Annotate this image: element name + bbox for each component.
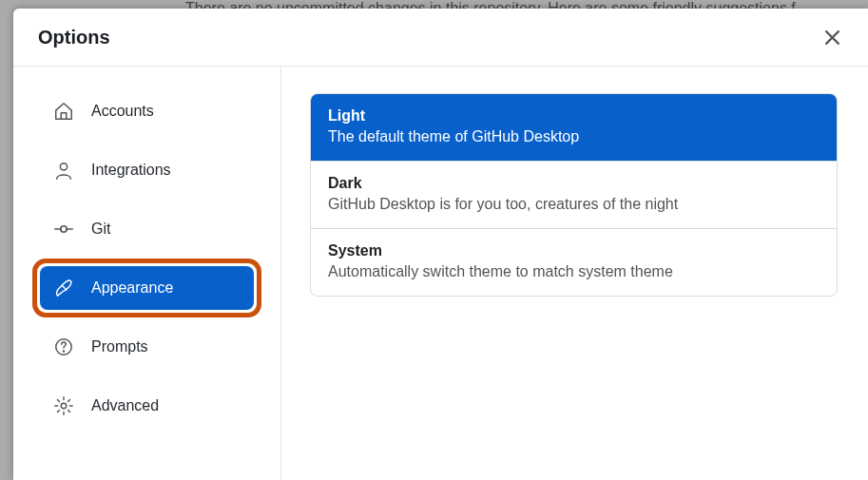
sidebar: Accounts Integrations bbox=[13, 67, 281, 480]
dialog-title: Options bbox=[38, 27, 110, 48]
paintbrush-icon bbox=[53, 278, 74, 298]
svg-point-7 bbox=[63, 351, 64, 352]
sidebar-item-prompts[interactable]: Prompts bbox=[40, 325, 254, 369]
sidebar-item-integrations[interactable]: Integrations bbox=[40, 148, 254, 192]
sidebar-item-label: Advanced bbox=[91, 397, 159, 414]
svg-point-8 bbox=[61, 403, 67, 409]
person-icon bbox=[53, 160, 74, 181]
question-circle-icon bbox=[53, 336, 74, 357]
theme-title: System bbox=[328, 242, 820, 259]
theme-option-light[interactable]: Light The default theme of GitHub Deskto… bbox=[311, 94, 837, 162]
theme-title: Light bbox=[328, 107, 820, 125]
theme-option-dark[interactable]: Dark GitHub Desktop is for you too, crea… bbox=[311, 162, 837, 229]
theme-title: Dark bbox=[328, 175, 820, 192]
dialog-header: Options bbox=[13, 9, 868, 67]
theme-option-system[interactable]: System Automatically switch theme to mat… bbox=[311, 229, 837, 296]
sidebar-item-advanced[interactable]: Advanced bbox=[40, 384, 254, 428]
sidebar-item-label: Git bbox=[91, 221, 110, 238]
gear-icon bbox=[53, 395, 74, 416]
content-pane: Light The default theme of GitHub Deskto… bbox=[281, 67, 868, 480]
theme-description: GitHub Desktop is for you too, creatures… bbox=[328, 196, 820, 213]
close-button[interactable] bbox=[820, 26, 843, 48]
sidebar-item-accounts[interactable]: Accounts bbox=[40, 89, 254, 133]
sidebar-item-git[interactable]: Git bbox=[40, 207, 254, 251]
theme-description: Automatically switch theme to match syst… bbox=[328, 263, 820, 280]
sidebar-item-label: Integrations bbox=[91, 162, 171, 179]
dialog-body: Accounts Integrations bbox=[13, 67, 868, 480]
options-dialog: Options Accounts bbox=[13, 9, 868, 480]
close-icon bbox=[824, 29, 840, 46]
highlight-box: Appearance bbox=[32, 259, 261, 317]
sidebar-item-label: Prompts bbox=[91, 338, 148, 355]
git-commit-icon bbox=[53, 219, 74, 240]
theme-description: The default theme of GitHub Desktop bbox=[328, 128, 820, 145]
sidebar-item-label: Appearance bbox=[91, 279, 173, 297]
sidebar-item-appearance[interactable]: Appearance bbox=[40, 266, 254, 310]
sidebar-item-label: Accounts bbox=[91, 103, 154, 120]
home-icon bbox=[53, 101, 74, 122]
svg-point-3 bbox=[61, 226, 67, 232]
svg-point-2 bbox=[60, 163, 67, 170]
theme-list: Light The default theme of GitHub Deskto… bbox=[310, 93, 838, 297]
